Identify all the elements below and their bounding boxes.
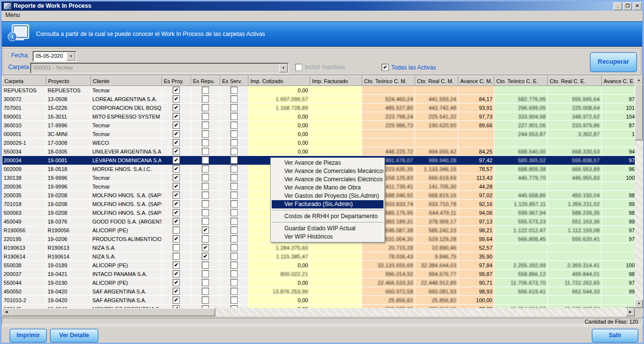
- cell-proyecto[interactable]: 18-0305: [46, 147, 91, 156]
- cell-value[interactable]: 1.356.211,02: [548, 200, 602, 208]
- cell-value[interactable]: 2.369.314,41: [548, 261, 602, 270]
- cell-value[interactable]: 1: [602, 130, 635, 138]
- cell-proyecto[interactable]: 19-0208: [46, 200, 91, 208]
- cell-value[interactable]: [310, 147, 362, 156]
- cell-value[interactable]: 994.676,77: [415, 270, 458, 278]
- cell-checkbox[interactable]: ✔: [162, 147, 191, 156]
- cell-value[interactable]: 32.384.644,03: [415, 261, 458, 270]
- cell-value[interactable]: 11.722.262,65: [548, 278, 602, 287]
- cell-cliente[interactable]: Tecmar: [91, 182, 162, 191]
- cell-value[interactable]: 378.909,17: [415, 217, 458, 226]
- cell-value[interactable]: 445.779,70: [494, 173, 548, 182]
- context-menu-item[interactable]: Costos de RRHH por Departamento: [272, 212, 383, 221]
- cell-value[interactable]: 99: [602, 287, 635, 296]
- cell-checkbox[interactable]: [191, 278, 220, 287]
- cell-value[interactable]: [494, 252, 548, 261]
- cell-value[interactable]: 10.890,46: [415, 243, 458, 252]
- checkbox[interactable]: [202, 261, 209, 269]
- cell-checkbox[interactable]: ✔: [162, 138, 191, 147]
- cell-value[interactable]: 78,57: [458, 165, 494, 173]
- cell-value[interactable]: 97: [602, 226, 635, 235]
- checkbox[interactable]: [202, 296, 209, 304]
- cell-value[interactable]: 98: [602, 208, 635, 217]
- cell-checkbox[interactable]: [220, 156, 248, 165]
- menu-item-menu[interactable]: Menu: [1, 11, 24, 19]
- cell-value[interactable]: 25.856,82: [415, 296, 458, 305]
- cell-checkbox[interactable]: ✔: [162, 296, 191, 305]
- cell-value[interactable]: 443.742,48: [415, 103, 458, 112]
- cell-value[interactable]: [494, 138, 548, 147]
- checkbox[interactable]: [230, 244, 238, 251]
- cell-checkbox[interactable]: [191, 173, 220, 182]
- cell-carpeta[interactable]: 130145: [2, 305, 46, 309]
- cell-value[interactable]: 227.901,06: [494, 121, 548, 130]
- cell-value[interactable]: [602, 296, 635, 305]
- cell-carpeta[interactable]: 701010-2: [2, 296, 46, 305]
- cell-value[interactable]: 880.012,15: [415, 305, 458, 309]
- cell-proyecto[interactable]: 19-0208: [46, 208, 91, 217]
- context-menu-item[interactable]: Guardar Estado WIP Actual: [272, 224, 383, 233]
- cell-carpeta[interactable]: 200029-1: [2, 138, 46, 147]
- checkbox[interactable]: [230, 165, 238, 172]
- cell-value[interactable]: 97,42: [458, 156, 494, 165]
- cell-checkbox[interactable]: [191, 261, 220, 270]
- cell-value[interactable]: 98: [602, 191, 635, 200]
- cell-checkbox[interactable]: [191, 95, 220, 103]
- cell-cliente[interactable]: LEVAPAN DOMINICANA S.A.: [91, 156, 162, 165]
- cell-carpeta[interactable]: 550034: [2, 147, 46, 156]
- cell-value[interactable]: [310, 296, 362, 305]
- cell-proyecto[interactable]: 18-0376: [46, 217, 91, 226]
- cell-value[interactable]: 1.133.346,15: [415, 165, 458, 173]
- cell-cliente[interactable]: ALICORP (PE): [91, 278, 162, 287]
- checkbox[interactable]: ✔: [173, 174, 180, 181]
- cell-value[interactable]: [310, 112, 362, 121]
- cell-checkbox[interactable]: ✔: [162, 270, 191, 278]
- cell-checkbox[interactable]: ✔: [162, 200, 191, 208]
- checkbox[interactable]: [202, 235, 209, 242]
- cell-value[interactable]: 225.541,32: [415, 112, 458, 121]
- cell-checkbox[interactable]: [220, 130, 248, 138]
- cell-value[interactable]: [310, 95, 362, 103]
- table-row[interactable]: R190613R190613NIZA S.A.✔1.284.375,6020.7…: [2, 243, 635, 252]
- cell-carpeta[interactable]: 300072: [2, 95, 46, 103]
- cell-cliente[interactable]: MOLFINO HNOS. S.A. (SAPU: [91, 208, 162, 217]
- column-header[interactable]: Carpeta: [2, 76, 46, 86]
- table-row[interactable]: 59000116-3011MITO ESPRESSO SYSTEM S.A.✔0…: [2, 112, 635, 121]
- cell-checkbox[interactable]: [191, 305, 220, 309]
- cell-value[interactable]: 96: [602, 165, 635, 173]
- checkbox[interactable]: ✔: [173, 139, 180, 146]
- column-header[interactable]: Cto. Real C. E.: [548, 76, 602, 86]
- cell-value[interactable]: 20.715,28: [362, 243, 415, 252]
- cell-value[interactable]: [362, 86, 415, 95]
- cell-checkbox[interactable]: [191, 235, 220, 243]
- cell-value[interactable]: 92,16: [458, 200, 494, 208]
- cell-checkbox[interactable]: ✔: [191, 252, 220, 261]
- cell-value[interactable]: 0,00: [248, 130, 310, 138]
- cell-value[interactable]: 97: [602, 278, 635, 287]
- table-row[interactable]: 45005019-0420SAF ARGENTINA S.A.✔13.876.2…: [2, 287, 635, 296]
- checkbox[interactable]: [202, 130, 209, 138]
- cell-value[interactable]: 141.705,30: [415, 182, 458, 191]
- checkbox[interactable]: ✔: [202, 253, 209, 260]
- cell-proyecto[interactable]: REPUESTOS: [46, 86, 91, 95]
- checkbox[interactable]: ✔: [173, 261, 180, 269]
- cell-proyecto[interactable]: 19-9996: [46, 182, 91, 191]
- cell-value[interactable]: 3.302,87: [548, 130, 602, 138]
- checkbox[interactable]: [202, 86, 209, 94]
- cell-proyecto[interactable]: 13-0508: [46, 95, 91, 103]
- cell-value[interactable]: 999.940,28: [415, 156, 458, 165]
- vertical-scrollbar[interactable]: ▲ ▼: [635, 76, 643, 308]
- cell-proyecto[interactable]: 16-3011: [46, 112, 91, 121]
- cell-value[interactable]: 558.866,12: [494, 270, 548, 278]
- cell-value[interactable]: 97: [602, 95, 635, 103]
- cell-cliente[interactable]: SAF ARGENTINA S.A.: [91, 287, 162, 296]
- cell-cliente[interactable]: MOLFINO HNOS. S.A. (SAPU: [91, 191, 162, 200]
- ver-detalle-button[interactable]: Ver Detalle: [50, 329, 98, 343]
- cell-value[interactable]: 11.120.102,03: [548, 305, 602, 309]
- cell-checkbox[interactable]: ✔: [162, 121, 191, 130]
- salir-button[interactable]: Salir: [592, 329, 638, 343]
- cell-value[interactable]: 555.838,57: [548, 156, 602, 165]
- column-header[interactable]: Avance C. E.: [602, 76, 635, 86]
- checkbox[interactable]: [230, 95, 238, 103]
- cell-value[interactable]: 22.448.912,89: [415, 278, 458, 287]
